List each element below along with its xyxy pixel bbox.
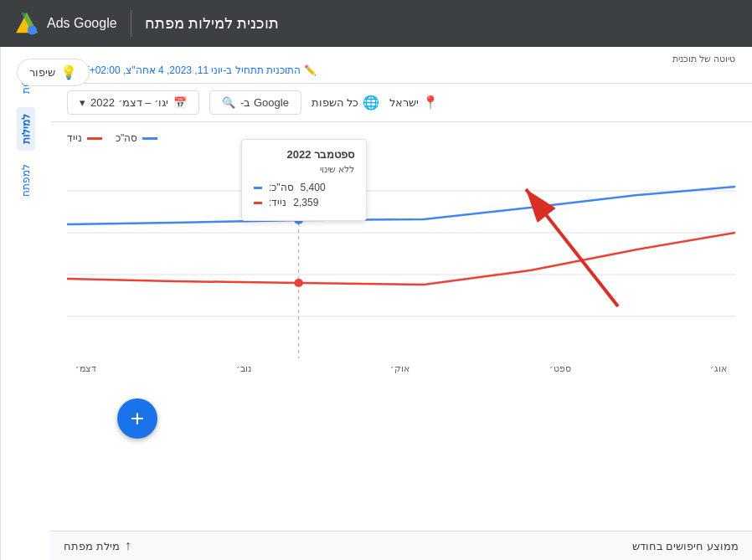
fab-add-button[interactable]: + (117, 398, 157, 439)
chart-svg (67, 149, 735, 358)
lang-label: כל השפות (312, 96, 359, 109)
search-avg-label: ממוצע חיפושים בחודש (632, 540, 739, 552)
date-range-label: יגו׳ – דצמ׳ 2022 (90, 96, 168, 109)
tooltip-subtitle: ללא שינוי (254, 164, 354, 175)
keyword-label: מילת מפתח (64, 540, 120, 552)
legend-red-line-icon (87, 137, 102, 140)
sidebar-item-keywords3[interactable]: למפתח (17, 157, 35, 203)
tooltip-row-mobile: 2,359 נייד: (254, 197, 354, 208)
content-area: טיוטה של תוכנית ✏️ התוכנית תתחיל ב-יוני … (50, 47, 752, 560)
toolbar: 📍 ישראל 🌐 כל השפות Google ב- 🔍 📅 יגו׳ – … (50, 84, 752, 122)
google-ads-logo-icon (13, 10, 40, 37)
tooltip-red-dot-icon (254, 202, 262, 204)
bottom-section: ממוצע חיפושים בחודש ↑ מילת מפתח (50, 531, 752, 560)
sidebar-item-keywords2[interactable]: למילות (17, 107, 35, 151)
improve-section: 💡 שיפור (50, 59, 90, 86)
plan-info-label: טיוטה של תוכנית (67, 54, 735, 64)
legend-item-red: נייד (67, 132, 102, 144)
x-label-sep: ספט׳ (549, 363, 571, 374)
lang-section[interactable]: 🌐 כל השפות (312, 95, 379, 110)
header-divider (131, 10, 131, 37)
legend-red-label: נייד (67, 132, 82, 144)
tooltip-total-label: סה"כ: (269, 182, 294, 193)
x-label-dec: דצמ׳ (75, 363, 96, 374)
tooltip-row-total: 5,400 סה"כ: (254, 182, 354, 193)
chart-area: אוג׳ ספט׳ אוק׳ נוב׳ דצמ׳ (67, 149, 735, 383)
chevron-down-icon: ▾ (80, 96, 85, 109)
date-range-button[interactable]: 📅 יגו׳ – דצמ׳ 2022 ▾ (67, 90, 199, 115)
ads-google-section: Ads Google (13, 10, 117, 37)
chart-tooltip: ספטמבר 2022 ללא שינוי 5,400 סה"כ: 2,359 … (241, 139, 367, 221)
main-layout: למילות למילות למפתח טיוטה של תוכנית ✏️ ה… (0, 47, 752, 560)
sort-arrow-icon: ↑ (125, 538, 131, 553)
improve-label: שיפור (50, 66, 55, 79)
calendar-icon: 📅 (173, 96, 187, 109)
legend-blue-label: סה"כ (116, 132, 137, 144)
location-section[interactable]: 📍 ישראל (389, 95, 439, 110)
x-axis-labels: אוג׳ ספט׳ אוק׳ נוב׳ דצמ׳ (67, 363, 735, 374)
page-title: תוכנית למילות מפתח (145, 14, 279, 33)
improve-button[interactable]: 💡 שיפור (50, 59, 90, 86)
legend-item-blue: סה"כ (116, 132, 157, 144)
plan-info-bar: טיוטה של תוכנית ✏️ התוכנית תתחיל ב-יוני … (50, 47, 752, 84)
right-sidebar: למילות למילות למפתח (0, 47, 50, 560)
google-search-button[interactable]: Google ב- 🔍 (209, 90, 301, 115)
tooltip-title: ספטמבר 2022 (254, 148, 354, 161)
x-label-aug: אוג׳ (710, 363, 727, 374)
plan-info-detail: ✏️ התוכנית תתחיל ב-יוני 11, 2023, 4 אחה"… (67, 64, 735, 76)
tooltip-mobile-value: 2,359 (293, 197, 318, 208)
plus-icon: + (131, 407, 144, 430)
tooltip-mobile-label: נייד: (269, 197, 286, 208)
header: תוכנית למילות מפתח Ads Google (0, 0, 752, 47)
search-icon: 🔍 (222, 96, 235, 109)
google-search-label: Google ב- (240, 96, 289, 109)
ads-google-label: Ads Google (47, 16, 117, 31)
location-label: ישראל (389, 96, 419, 109)
x-label-nov: נוב׳ (236, 363, 251, 374)
svg-point-2 (28, 25, 37, 34)
x-label-oct: אוק׳ (390, 363, 409, 374)
chart-legend: סה"כ נייד (67, 132, 735, 144)
lightbulb-icon: 💡 (60, 64, 77, 80)
language-icon: 🌐 (363, 95, 379, 110)
edit-icon: ✏️ (304, 64, 317, 76)
tooltip-total-value: 5,400 (301, 182, 326, 193)
legend-blue-line-icon (142, 137, 157, 140)
svg-point-9 (294, 279, 303, 287)
chart-container: סה"כ נייד (50, 122, 752, 531)
tooltip-blue-dot-icon (254, 187, 262, 189)
location-pin-icon: 📍 (422, 95, 439, 110)
keyword-section: ↑ מילת מפתח (64, 538, 131, 553)
